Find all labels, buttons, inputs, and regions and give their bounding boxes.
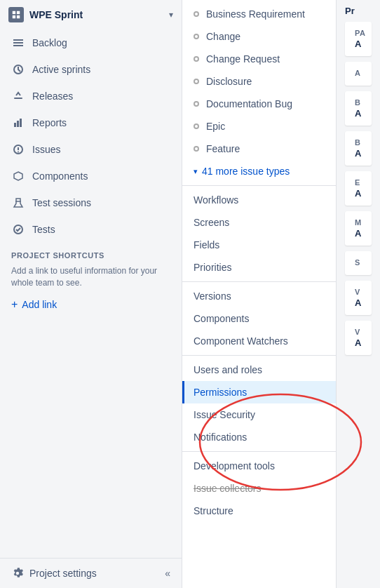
- menu-item-label: Documentation Bug: [206, 98, 292, 109]
- menu-notifications[interactable]: Notifications: [182, 426, 336, 448]
- more-types-button[interactable]: ▾ 41 more issue types: [182, 160, 336, 182]
- chevron-down-icon: ▾: [194, 167, 198, 176]
- plus-icon: +: [11, 299, 18, 310]
- nav-issues[interactable]: Issues: [3, 137, 179, 162]
- shortcuts-heading: PROJECT SHORTCUTS: [0, 243, 182, 262]
- bullet-icon: [194, 34, 199, 39]
- sidebar: WPE Sprint ▾ Backlog Active sprints Rele…: [0, 0, 182, 588]
- sprint-icon: [11, 62, 25, 76]
- releases-icon: [11, 89, 25, 103]
- card1-value: A: [355, 39, 362, 49]
- development-tools-label: Development tools: [194, 460, 275, 472]
- menu-issue-collectors[interactable]: Issue collectors: [182, 477, 336, 500]
- menu-structure[interactable]: Structure: [182, 500, 336, 522]
- project-settings-label: Project settings: [29, 568, 165, 579]
- add-link-button[interactable]: + Add link: [0, 295, 182, 314]
- reports-label: Reports: [32, 117, 67, 128]
- card7-label: S: [355, 258, 362, 267]
- menu-business-requirement[interactable]: Business Requirement: [182, 3, 336, 25]
- menu-permissions[interactable]: Permissions: [182, 381, 336, 403]
- svg-rect-3: [17, 15, 20, 18]
- right-card-3: B A: [345, 91, 372, 126]
- menu-screens[interactable]: Screens: [182, 211, 336, 234]
- permissions-label: Permissions: [194, 387, 247, 398]
- structure-label: Structure: [194, 505, 233, 516]
- card9-label: V: [355, 328, 362, 336]
- nav-components[interactable]: Components: [3, 163, 179, 189]
- right-card-6: M A: [345, 211, 372, 246]
- right-card-8: V A: [345, 281, 372, 315]
- component-watchers-label: Component Watchers: [194, 335, 288, 347]
- users-and-roles-label: Users and roles: [194, 364, 262, 375]
- nav-tests[interactable]: Tests: [3, 217, 179, 242]
- notifications-label: Notifications: [194, 432, 247, 443]
- settings-icon: [11, 567, 24, 580]
- releases-label: Releases: [32, 91, 73, 102]
- menu-versions[interactable]: Versions: [182, 285, 336, 307]
- menu-disclosure[interactable]: Disclosure: [182, 70, 336, 93]
- menu-change-request[interactable]: Change Request: [182, 48, 336, 70]
- settings-menu: Business Requirement Change Change Reque…: [182, 0, 337, 588]
- collapse-icon: «: [165, 568, 170, 579]
- nav-active-sprints[interactable]: Active sprints: [3, 57, 179, 82]
- components-settings-label: Components: [194, 313, 249, 324]
- nav-reports[interactable]: Reports: [3, 110, 179, 135]
- svg-rect-2: [13, 15, 15, 18]
- card8-label: V: [355, 288, 362, 296]
- screens-label: Screens: [194, 217, 229, 228]
- menu-change[interactable]: Change: [182, 25, 336, 48]
- right-card-7: S: [345, 251, 372, 275]
- svg-rect-1: [17, 11, 20, 14]
- nav-test-sessions[interactable]: Test sessions: [3, 190, 179, 215]
- issue-collectors-label: Issue collectors: [194, 483, 261, 494]
- bullet-icon: [194, 123, 199, 129]
- issue-types-section: Business Requirement Change Change Reque…: [182, 0, 336, 186]
- svg-rect-0: [13, 11, 15, 14]
- shortcuts-description: Add a link to useful information for you…: [0, 262, 182, 295]
- menu-epic[interactable]: Epic: [182, 115, 336, 138]
- menu-item-label: Business Requirement: [206, 8, 305, 20]
- menu-fields[interactable]: Fields: [182, 234, 336, 256]
- nav-releases[interactable]: Releases: [3, 83, 179, 109]
- svg-rect-5: [13, 42, 23, 44]
- menu-item-label: Epic: [206, 121, 225, 132]
- project-name: WPE Sprint: [29, 9, 169, 20]
- menu-priorities[interactable]: Priorities: [182, 256, 336, 279]
- menu-components-settings[interactable]: Components: [182, 307, 336, 330]
- menu-feature[interactable]: Feature: [182, 138, 336, 160]
- nav-backlog[interactable]: Backlog: [3, 30, 179, 55]
- fields-label: Fields: [194, 239, 219, 250]
- active-sprints-label: Active sprints: [32, 64, 90, 75]
- more-types-label: 41 more issue types: [202, 166, 290, 177]
- svg-point-14: [18, 152, 19, 153]
- menu-issue-security[interactable]: Issue Security: [182, 403, 336, 426]
- right-panel-title: Pr: [345, 6, 372, 16]
- menu-users-and-roles[interactable]: Users and roles: [182, 359, 336, 381]
- right-card-2: A: [345, 62, 372, 86]
- svg-rect-6: [13, 45, 23, 46]
- right-card-5: E A: [345, 171, 372, 206]
- svg-rect-4: [13, 39, 23, 41]
- versions-label: Versions: [194, 290, 231, 302]
- menu-documentation-bug[interactable]: Documentation Bug: [182, 93, 336, 115]
- menu-component-watchers[interactable]: Component Watchers: [182, 330, 336, 352]
- project-settings-button[interactable]: Project settings «: [0, 558, 182, 588]
- right-panel: Pr Pa A A B A B A E A M A S V A V A: [337, 0, 380, 588]
- workflows-section: Workflows Screens Fields Priorities: [182, 186, 336, 282]
- menu-development-tools[interactable]: Development tools: [182, 455, 336, 477]
- svg-rect-8: [14, 98, 22, 99]
- card1-label: Pa: [355, 29, 362, 37]
- test-sessions-icon: [11, 196, 25, 210]
- menu-item-label: Feature: [206, 143, 240, 154]
- test-sessions-label: Test sessions: [32, 197, 91, 208]
- backlog-icon: [11, 36, 25, 50]
- svg-rect-11: [20, 119, 22, 127]
- versions-section: Versions Components Component Watchers: [182, 282, 336, 356]
- card4-label: B: [355, 138, 362, 147]
- project-header[interactable]: WPE Sprint ▾: [0, 0, 182, 29]
- reports-icon: [11, 116, 25, 130]
- right-card-9: V A: [345, 321, 372, 355]
- svg-rect-10: [17, 121, 19, 127]
- menu-workflows[interactable]: Workflows: [182, 189, 336, 211]
- priorities-label: Priorities: [194, 262, 231, 273]
